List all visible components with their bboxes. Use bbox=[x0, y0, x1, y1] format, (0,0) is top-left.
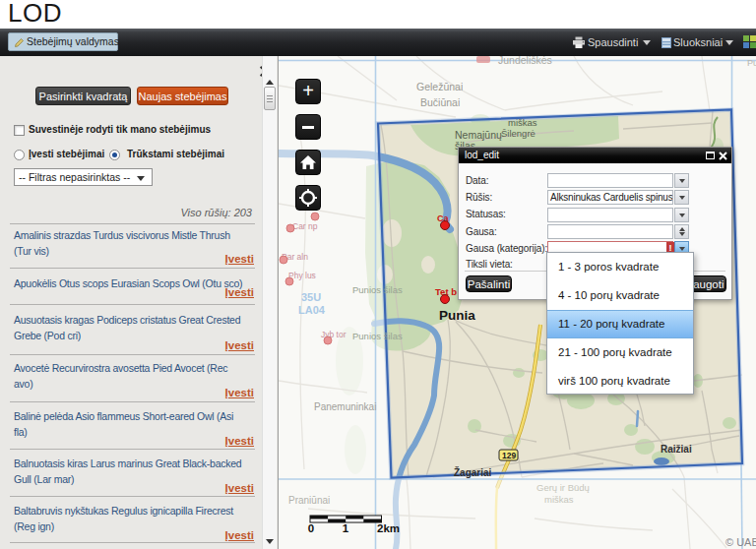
svg-text:Jundeliškės: Jundeliškės bbox=[498, 56, 552, 66]
svg-text:129: 129 bbox=[502, 451, 516, 460]
svg-text:0: 0 bbox=[308, 522, 314, 534]
svg-text:Praniūnai: Praniūnai bbox=[288, 495, 330, 506]
svg-text:Šilengrė: Šilengrė bbox=[501, 128, 536, 139]
svg-text:Geležūnai: Geležūnai bbox=[416, 81, 463, 92]
svg-text:miškas: miškas bbox=[508, 117, 537, 128]
svg-text:Punia: Punia bbox=[439, 308, 475, 323]
svg-text:Pu: Pu bbox=[747, 58, 756, 68]
svg-text:Bučiūnai: Bučiūnai bbox=[420, 96, 460, 108]
svg-text:2km: 2km bbox=[377, 522, 400, 534]
svg-text:Punios šilas: Punios šilas bbox=[352, 331, 403, 341]
svg-text:© UAB: © UAB bbox=[725, 536, 756, 548]
svg-text:LA04: LA04 bbox=[298, 304, 326, 316]
svg-text:miškas: miškas bbox=[544, 494, 574, 505]
svg-text:Punios šilas: Punios šilas bbox=[352, 284, 403, 295]
svg-text:1: 1 bbox=[343, 522, 349, 534]
svg-text:Žagariai: Žagariai bbox=[454, 466, 492, 478]
svg-text:35U: 35U bbox=[301, 291, 321, 303]
svg-text:Gerų ir Būdų: Gerų ir Būdų bbox=[536, 482, 590, 493]
svg-text:Raižiai: Raižiai bbox=[661, 444, 692, 455]
svg-text:Panemuninkai: Panemuninkai bbox=[314, 401, 376, 412]
svg-text:Car np: Car np bbox=[292, 221, 318, 231]
